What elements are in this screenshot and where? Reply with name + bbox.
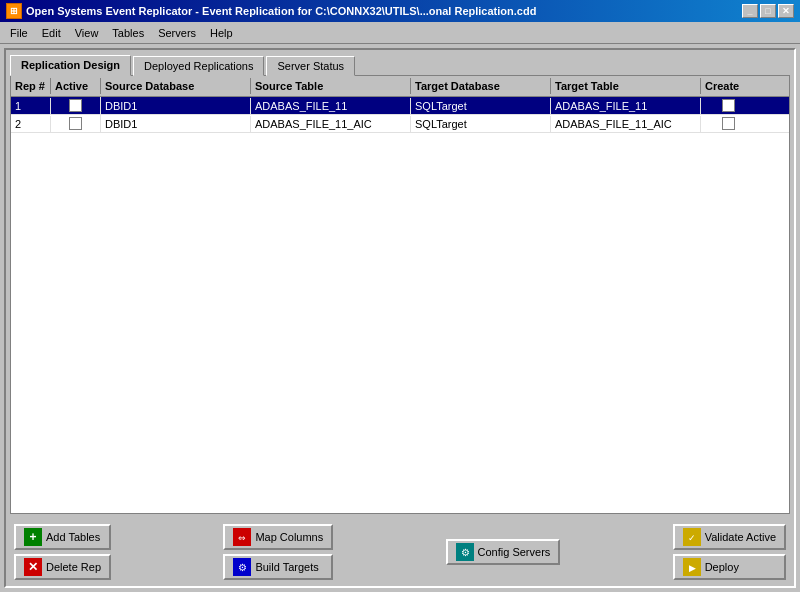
col-header-create: Create	[701, 78, 756, 94]
delete-rep-icon: ✕	[24, 558, 42, 576]
deploy-button[interactable]: ▶ Deploy	[673, 554, 786, 580]
svg-text:⇔: ⇔	[238, 533, 246, 543]
footer-group-left: + Add Tables ✕ Delete Rep	[14, 524, 111, 580]
deploy-icon: ▶	[683, 558, 701, 576]
table-header: Rep # Active Source Database Source Tabl…	[11, 76, 789, 97]
table-row[interactable]: 2DBID1ADABAS_FILE_11_AICSQLTargetADABAS_…	[11, 115, 789, 133]
menu-help[interactable]: Help	[204, 25, 239, 41]
tab-bar: Replication Design Deployed Replications…	[6, 50, 794, 75]
svg-text:⚙: ⚙	[460, 547, 469, 558]
add-tables-label: Add Tables	[46, 531, 100, 543]
footer-group-center2: ⚙ Config Servers	[446, 539, 561, 565]
tab-server-status[interactable]: Server Status	[266, 56, 355, 76]
tab-replication-design[interactable]: Replication Design	[10, 55, 131, 76]
map-columns-icon: ⇔	[233, 528, 251, 546]
build-targets-button[interactable]: ⚙ Build Targets	[223, 554, 333, 580]
build-targets-icon: ⚙	[233, 558, 251, 576]
menu-servers[interactable]: Servers	[152, 25, 202, 41]
add-tables-button[interactable]: + Add Tables	[14, 524, 111, 550]
table-row[interactable]: 1DBID1ADABAS_FILE_11SQLTargetADABAS_FILE…	[11, 97, 789, 115]
tab-deployed-replications[interactable]: Deployed Replications	[133, 56, 264, 76]
app-icon: ⊞	[6, 3, 22, 19]
delete-rep-button[interactable]: ✕ Delete Rep	[14, 554, 111, 580]
menu-file[interactable]: File	[4, 25, 34, 41]
col-header-active: Active	[51, 78, 101, 94]
footer-group-center: ⇔ Map Columns ⚙ Build Targets	[223, 524, 333, 580]
tab-content: Rep # Active Source Database Source Tabl…	[10, 75, 790, 514]
col-header-target-table: Target Table	[551, 78, 701, 94]
active-checkbox[interactable]	[69, 117, 82, 130]
config-servers-label: Config Servers	[478, 546, 551, 558]
col-header-source-table: Source Table	[251, 78, 411, 94]
col-header-source-db: Source Database	[101, 78, 251, 94]
menu-tables[interactable]: Tables	[106, 25, 150, 41]
svg-text:▶: ▶	[688, 563, 695, 573]
menu-view[interactable]: View	[69, 25, 105, 41]
main-window: Replication Design Deployed Replications…	[4, 48, 796, 588]
minimize-button[interactable]: _	[742, 4, 758, 18]
title-bar-controls: _ □ ✕	[742, 4, 794, 18]
svg-text:✕: ✕	[28, 560, 38, 574]
maximize-button[interactable]: □	[760, 4, 776, 18]
title-bar: ⊞ Open Systems Event Replicator - Event …	[0, 0, 800, 22]
menu-edit[interactable]: Edit	[36, 25, 67, 41]
validate-active-button[interactable]: ✓ Validate Active	[673, 524, 786, 550]
active-checkbox[interactable]	[69, 99, 82, 112]
deploy-label: Deploy	[705, 561, 739, 573]
close-button[interactable]: ✕	[778, 4, 794, 18]
svg-text:✓: ✓	[688, 533, 696, 543]
table-body: 1DBID1ADABAS_FILE_11SQLTargetADABAS_FILE…	[11, 97, 789, 513]
svg-text:⚙: ⚙	[238, 562, 247, 573]
build-targets-label: Build Targets	[255, 561, 318, 573]
map-columns-label: Map Columns	[255, 531, 323, 543]
validate-active-label: Validate Active	[705, 531, 776, 543]
menu-bar: File Edit View Tables Servers Help	[0, 22, 800, 44]
config-servers-button[interactable]: ⚙ Config Servers	[446, 539, 561, 565]
config-servers-icon: ⚙	[456, 543, 474, 561]
title-text: Open Systems Event Replicator - Event Re…	[26, 5, 536, 17]
validate-active-icon: ✓	[683, 528, 701, 546]
delete-rep-label: Delete Rep	[46, 561, 101, 573]
col-header-rep-num: Rep #	[11, 78, 51, 94]
svg-text:+: +	[29, 530, 36, 544]
col-header-target-db: Target Database	[411, 78, 551, 94]
create-checkbox[interactable]	[722, 99, 735, 112]
map-columns-button[interactable]: ⇔ Map Columns	[223, 524, 333, 550]
footer: + Add Tables ✕ Delete Rep	[6, 518, 794, 586]
create-checkbox[interactable]	[722, 117, 735, 130]
footer-group-right: ✓ Validate Active ▶ Deploy	[673, 524, 786, 580]
add-tables-icon: +	[24, 528, 42, 546]
